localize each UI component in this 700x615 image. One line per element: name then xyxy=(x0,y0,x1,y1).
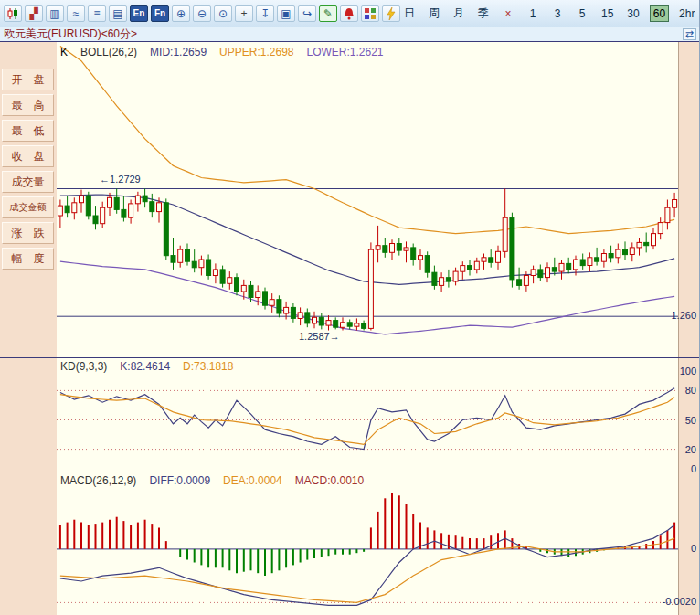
draw-tool-icon[interactable]: ✎ xyxy=(319,5,337,22)
period-week[interactable]: 周 xyxy=(425,4,443,23)
magnifier-icon[interactable]: ⊙ xyxy=(214,5,232,22)
window-icon-glyph: ▣ xyxy=(281,8,291,19)
panel-separator xyxy=(0,357,700,358)
indicator-label: LOWER:1.2621 xyxy=(307,46,384,58)
period-30min[interactable]: 30 xyxy=(623,5,642,22)
palette-icon[interactable] xyxy=(361,5,379,22)
line-chart-icon-glyph: ≈ xyxy=(73,8,80,19)
period-3min[interactable]: 3 xyxy=(548,5,567,22)
axis-tick-label: 1.260 xyxy=(646,310,696,321)
zoom-out-icon-glyph: ⊖ xyxy=(197,8,207,19)
indicator-label: DEA:0.0004 xyxy=(223,474,282,487)
quote-field-label: 最 高 xyxy=(2,94,54,116)
indicator-label: MACD:0.0010 xyxy=(295,474,364,487)
indicator-label: MID:1.2659 xyxy=(150,46,207,58)
zoom-in-icon[interactable]: ⊕ xyxy=(172,5,190,22)
crosshair-icon[interactable]: + xyxy=(235,5,253,22)
overlay-chart-icon[interactable]: ▞ xyxy=(25,5,43,22)
indicator-label: K:82.4614 xyxy=(120,360,170,373)
quote-field-label: 成交金额 xyxy=(2,196,54,218)
quote-field-label: 最 低 xyxy=(2,120,54,142)
price-annotation: ←1.2729 xyxy=(100,174,141,185)
draw-tool-icon-glyph: ✎ xyxy=(323,8,333,19)
right-gutter xyxy=(678,42,700,615)
period-1min[interactable]: 1 xyxy=(524,5,542,22)
axis-tick-label: 50 xyxy=(646,415,696,426)
en-button[interactable]: En xyxy=(130,5,148,22)
export-icon[interactable]: ↪ xyxy=(298,5,316,22)
volume-chart-icon-glyph: ▥ xyxy=(49,8,59,19)
indicator-label: UPPER:1.2698 xyxy=(219,46,293,58)
grid-view-icon-glyph: ▤ xyxy=(112,8,122,19)
panel-separator xyxy=(0,472,700,472)
quote-field-label: 成交量 xyxy=(2,171,54,193)
price-chart-header: KBOLL(26,2)MID:1.2659UPPER:1.2698LOWER:1… xyxy=(60,46,384,58)
axis-tick-label: 20 xyxy=(646,444,696,455)
quote-field-label: 涨 跌 xyxy=(2,222,54,244)
toolbar-icon-group: ▞▥≈≡▤EnFn⊕⊖⊙+↧▣↪✎ xyxy=(4,5,400,22)
list-view-icon-glyph: ≡ xyxy=(93,8,100,19)
price-annotation: 1.2587→ xyxy=(299,331,340,342)
indicator-label: K xyxy=(60,46,68,58)
alert-icon[interactable] xyxy=(340,5,358,22)
save-icon[interactable]: ↧ xyxy=(256,5,274,22)
period-15min[interactable]: 15 xyxy=(598,5,617,22)
indicator-label: KD(9,3,3) xyxy=(60,360,107,373)
kd-chart-header: KD(9,3,3)K:82.4614D:73.1818 xyxy=(60,360,233,373)
indicator-label: BOLL(26,2) xyxy=(80,46,137,58)
period-quarter[interactable]: 季 xyxy=(474,4,493,23)
export-icon-glyph: ↪ xyxy=(302,8,312,19)
quote-field-label: 收 盘 xyxy=(2,145,54,167)
indicator-label: DIFF:0.0009 xyxy=(149,474,210,487)
chart-title-bar: 欧元美元(EURUSD)<60分> ⇄ xyxy=(0,27,700,41)
period-month[interactable]: 月 xyxy=(450,4,468,23)
flash-icon[interactable] xyxy=(382,5,400,22)
list-view-icon[interactable]: ≡ xyxy=(88,5,106,22)
axis-tick-label: 80 xyxy=(646,385,696,396)
scroll-right-icon[interactable]: ⇄ xyxy=(683,28,696,40)
macd-indicator-chart[interactable] xyxy=(57,472,678,615)
en-button-glyph: En xyxy=(133,9,145,18)
crosshair-icon-glyph: + xyxy=(240,8,247,19)
toolbar: ▞▥≈≡▤EnFn⊕⊖⊙+↧▣↪✎ 日周月季×1351530602hr4hrY xyxy=(0,0,700,27)
line-chart-icon[interactable]: ≈ xyxy=(67,5,85,22)
zoom-out-icon[interactable]: ⊖ xyxy=(193,5,211,22)
axis-tick-label: -0.0020 xyxy=(646,596,696,607)
grid-view-icon[interactable]: ▤ xyxy=(109,5,127,22)
volume-chart-icon[interactable]: ▥ xyxy=(46,5,64,22)
left-axis-gutter: 开 盘最 高最 低收 盘成交量成交金额涨 跌幅 度 xyxy=(0,42,57,615)
kd-indicator-chart[interactable] xyxy=(57,357,678,472)
period-5min[interactable]: 5 xyxy=(573,5,591,22)
window-icon[interactable]: ▣ xyxy=(277,5,295,22)
quote-field-label: 幅 度 xyxy=(2,248,54,270)
indicator-label: D:73.1818 xyxy=(183,360,233,373)
magnifier-icon-glyph: ⊙ xyxy=(218,8,228,19)
zoom-in-icon-glyph: ⊕ xyxy=(176,8,186,19)
macd-chart-header: MACD(26,12,9)DIFF:0.0009DEA:0.0004MACD:0… xyxy=(60,474,364,487)
kline-chart-icon[interactable] xyxy=(4,5,22,22)
symbol-title: 欧元美元(EURUSD)<60分> xyxy=(4,27,137,42)
period-2hr[interactable]: 2hr xyxy=(675,5,698,22)
axis-tick-label: 0 xyxy=(646,463,696,474)
price-candlestick-chart[interactable]: ←1.27291.2587→ xyxy=(57,42,678,357)
indicator-label: MACD(26,12,9) xyxy=(60,474,136,487)
axis-tick-label: 0 xyxy=(646,543,696,554)
quote-field-label: 开 盘 xyxy=(2,69,54,90)
axis-tick-label: 100 xyxy=(646,366,696,376)
fn-button-glyph: Fn xyxy=(154,9,165,18)
overlay-chart-icon-glyph: ▞ xyxy=(29,8,37,19)
fn-button[interactable]: Fn xyxy=(151,5,169,22)
toolbar-period-group: 日周月季×1351530602hr4hrY xyxy=(400,4,700,23)
period-60min[interactable]: 60 xyxy=(650,5,669,22)
chart-workspace: 开 盘最 高最 低收 盘成交量成交金额涨 跌幅 度 ←1.27291.2587→… xyxy=(0,41,700,615)
period-day[interactable]: 日 xyxy=(400,4,419,23)
trading-app-window: ▞▥≈≡▤EnFn⊕⊖⊙+↧▣↪✎ 日周月季×1351530602hr4hrY … xyxy=(0,0,700,615)
close-button[interactable]: × xyxy=(499,5,517,22)
save-icon-glyph: ↧ xyxy=(260,8,270,19)
